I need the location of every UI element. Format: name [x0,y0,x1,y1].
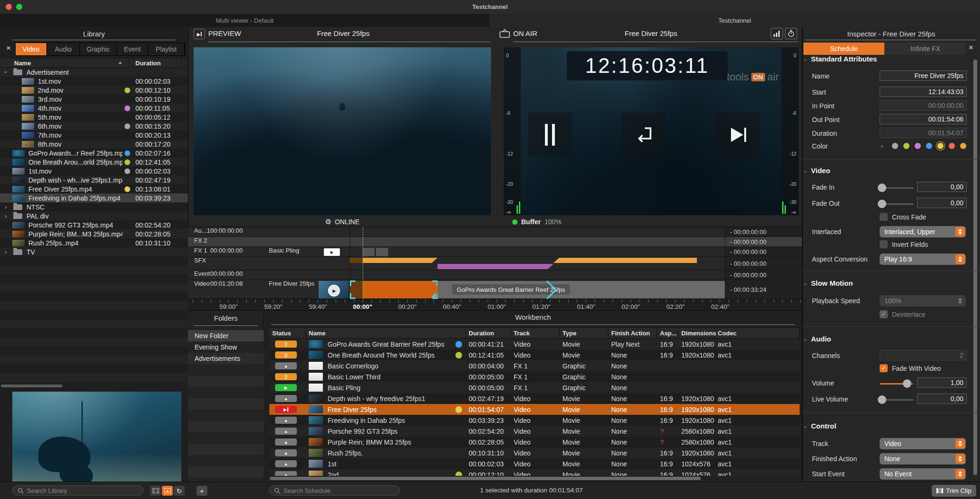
sfx-clip-amber[interactable] [553,258,697,263]
status-badge-count[interactable]: 2 [275,341,297,348]
column-type[interactable]: Type [560,328,608,338]
library-row[interactable]: GoPro Awards...r Reef 25fps.mp400:02:07:… [0,149,188,158]
library-search-input[interactable] [26,487,138,495]
library-row[interactable]: Free Diver 25fps.mp400:13:08:01 [0,184,188,193]
library-row[interactable]: 5th.mov00:00:05:12 [0,113,188,122]
onair-video[interactable]: tools ON air 12:16:03:11 0-6-12-20-30-∞ … [504,47,799,215]
fade-with-video-checkbox[interactable]: ✓ [880,364,888,372]
timeline-track-au1[interactable]: Au...100:00:00:00- 00:00:00:00 [188,227,802,237]
folder-item[interactable]: New Folder [188,330,264,341]
inspector-close-icon[interactable]: × [969,43,973,53]
workbench-row[interactable]: ▲Freediving in Dahab 25fps00:03:39:23Vid… [269,415,800,426]
workbench-row[interactable]: ▲2nd00:00:12:10VideoMovieNone16:91024x57… [269,469,800,476]
timeline-track-fx2[interactable]: FX 2- 00:00:00:00 [188,237,802,247]
library-hscrollbar[interactable] [1,385,62,387]
fade-in-value[interactable]: 0,00 [917,182,967,192]
chevron-down-icon[interactable]: › [802,339,809,341]
status-badge-up[interactable]: ▲ [275,460,297,467]
playhead[interactable] [363,227,363,299]
workbench-row[interactable]: ▲Basic Cornerlogo00:00:04:00FX 1GraphicN… [269,360,800,371]
column-dimensions[interactable]: Dimensions [678,328,715,338]
cross-fade-checkbox[interactable] [880,213,888,221]
library-row[interactable]: ›PAL div [0,211,188,220]
tab-graphic[interactable]: Graphic [80,43,117,55]
library-row[interactable]: One Breath Arou...orld 25fps.mp400:12:41… [0,158,188,166]
column-asp[interactable]: Asp... [657,328,678,338]
window-tab-testchannel[interactable]: Testchannel [490,14,980,27]
live-volume-slider[interactable] [880,399,914,401]
audio-meter-toggle-icon[interactable] [771,28,783,39]
fx1-play-button[interactable]: ▶ [324,248,340,256]
video-clip-next[interactable]: GoPro Awards Great Barrier Reef 25fps [437,281,725,298]
trim-clip-button[interactable]: Trim Clip [932,485,976,497]
status-badge-play[interactable]: ▶ [275,384,297,391]
color-option-gray[interactable] [892,143,898,149]
sfx-clip-purple[interactable] [437,264,553,269]
timer-icon[interactable] [785,28,797,39]
library-row[interactable]: ›Advertisement [0,68,188,77]
workbench-row[interactable]: ▲Rush 25fps.00:10:31:10VideoMovieNone16:… [269,447,800,458]
library-row[interactable]: 4th.mov00:00:11:05 [0,104,188,113]
preview-video[interactable] [194,47,491,215]
column-duration[interactable]: Duration [466,328,511,338]
tab-video[interactable]: Video [16,43,47,55]
status-badge-up[interactable]: ▲ [275,471,297,476]
tab-infinite-fx[interactable]: Infinite FX [885,43,966,55]
library-row[interactable]: 1st.mov00:00:02:03 [0,166,188,175]
preview-player-icon[interactable]: ▶ [194,29,205,39]
disclosure-icon[interactable]: › [5,212,7,219]
color-option-yellow[interactable] [937,143,944,149]
name-field[interactable]: Free Diver 25fps [880,70,967,81]
library-row[interactable]: Freediving in Dahab 25fps.mp400:03:39:23 [0,193,188,202]
add-folder-button[interactable]: + [196,486,207,496]
live-volume-value[interactable]: 0,00 [917,394,967,404]
video-clip-current[interactable] [363,281,437,298]
volume-slider[interactable] [880,383,914,385]
library-search[interactable] [12,485,143,496]
library-row[interactable]: 6th.mov00:00:15:20 [0,122,188,131]
fx1-clip[interactable] [363,248,374,256]
section-slow-motion[interactable]: Slow Motion [811,279,853,287]
status-badge-up[interactable]: ▲ [275,428,297,435]
section-video[interactable]: Video [811,166,830,175]
timeline-track-event[interactable]: Event00:00:00:00- 00:00:00:00 [188,270,802,280]
column-name[interactable]: Name [14,60,31,67]
column-status[interactable]: Status [269,328,306,338]
section-audio[interactable]: Audio [811,335,831,343]
folder-item[interactable]: Evening Show [188,341,264,353]
workbench-row[interactable]: ▶Basic Pling00:00:05:00FX 1GraphicNone [269,382,800,393]
disclosure-icon[interactable]: › [5,248,7,255]
video-clip-past[interactable] [350,281,363,298]
color-option-orange[interactable] [960,143,966,149]
workbench-row[interactable]: ▲1st00:00:02:03VideoMovieNone16:91024x57… [269,458,800,469]
color-option-purple[interactable] [915,143,921,149]
workbench-row[interactable]: 3One Breath Around The World 25fps00:12:… [269,350,800,360]
section-standard-attributes[interactable]: Standard Attributes [811,55,877,63]
library-close-icon[interactable]: × [4,44,13,53]
sfx-clip-past[interactable] [350,258,363,263]
library-row[interactable]: ›TV [0,247,188,256]
timeline-track-fx1[interactable]: FX 100:00:00:00Basic Pling- 00:00:00:00 [188,247,802,257]
library-row[interactable]: 3rd.mov00:00:10:19 [0,95,188,104]
disclosure-icon[interactable]: › [5,203,7,210]
color-option-blue[interactable] [926,143,932,149]
folder-item[interactable]: Advertisements [188,353,264,364]
column-duration[interactable]: Duration [135,60,160,67]
status-badge-up[interactable]: ▲ [275,395,297,402]
sfx-clip-amber[interactable] [363,258,437,263]
inspector-scrollbar[interactable] [973,59,977,477]
library-row[interactable]: Rush 25fps..mp400:10:31:10 [0,238,188,247]
preview-pane-button[interactable] [162,486,173,496]
color-none-option[interactable]: × [881,144,883,149]
status-badge-up[interactable]: ▲ [275,449,297,456]
tab-event[interactable]: Event [117,43,148,55]
aspect-conversion-dropdown[interactable]: Play 16:9 [880,254,966,265]
chevron-down-icon[interactable]: › [802,59,809,61]
workbench-row[interactable]: ▲Purple Rein; BMW M3 25fps00:02:28:05Vid… [269,437,800,447]
workbench-row[interactable]: 2GoPro Awards Great Barrier Reef 25fps00… [269,339,800,350]
track-dropdown[interactable]: Video [880,438,966,449]
status-badge-up[interactable]: ▲ [275,362,297,369]
library-row[interactable]: Purple Rein; BM...M3 25fps.mp400:02:28:0… [0,229,188,238]
onair-tv-icon[interactable] [499,28,510,38]
fade-in-slider[interactable] [880,187,914,189]
